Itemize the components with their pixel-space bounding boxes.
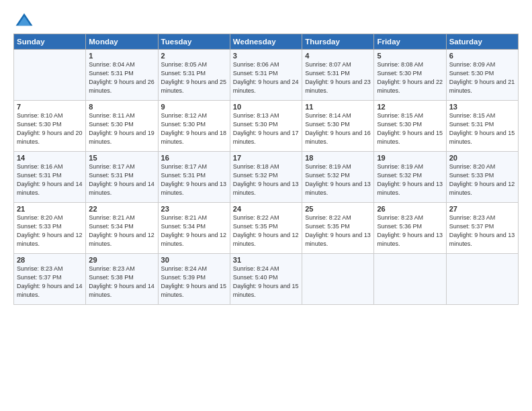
day-info: Sunrise: 8:06 AM Sunset: 5:31 PM Dayligh… (233, 60, 299, 95)
day-info: Sunrise: 8:05 AM Sunset: 5:31 PM Dayligh… (161, 60, 227, 95)
calendar-cell: 13Sunrise: 8:15 AM Sunset: 5:31 PM Dayli… (446, 101, 518, 152)
header (13, 12, 519, 27)
calendar-cell: 19Sunrise: 8:19 AM Sunset: 5:32 PM Dayli… (374, 152, 446, 203)
day-number: 23 (161, 205, 227, 213)
calendar-cell (302, 254, 374, 305)
day-info: Sunrise: 8:08 AM Sunset: 5:30 PM Dayligh… (377, 60, 443, 95)
calendar-cell: 11Sunrise: 8:14 AM Sunset: 5:30 PM Dayli… (302, 101, 374, 152)
calendar-cell: 29Sunrise: 8:23 AM Sunset: 5:38 PM Dayli… (86, 254, 158, 305)
day-number: 28 (17, 256, 83, 264)
day-number: 7 (17, 103, 83, 111)
calendar-cell: 10Sunrise: 8:13 AM Sunset: 5:30 PM Dayli… (230, 101, 302, 152)
calendar-table: SundayMondayTuesdayWednesdayThursdayFrid… (13, 34, 519, 305)
weekday-header-row: SundayMondayTuesdayWednesdayThursdayFrid… (14, 34, 519, 50)
day-number: 18 (305, 154, 371, 162)
day-number: 6 (449, 52, 515, 60)
week-row-3: 14Sunrise: 8:16 AM Sunset: 5:31 PM Dayli… (14, 152, 519, 203)
calendar-cell: 9Sunrise: 8:12 AM Sunset: 5:30 PM Daylig… (158, 101, 230, 152)
day-info: Sunrise: 8:22 AM Sunset: 5:35 PM Dayligh… (233, 214, 299, 248)
weekday-header-thursday: Thursday (302, 34, 374, 50)
calendar-cell: 28Sunrise: 8:23 AM Sunset: 5:37 PM Dayli… (14, 254, 86, 305)
calendar-cell: 20Sunrise: 8:20 AM Sunset: 5:33 PM Dayli… (446, 152, 518, 203)
calendar-body: 1Sunrise: 8:04 AM Sunset: 5:31 PM Daylig… (14, 50, 519, 305)
weekday-header-monday: Monday (86, 34, 158, 50)
logo-icon (15, 12, 34, 27)
day-info: Sunrise: 8:23 AM Sunset: 5:38 PM Dayligh… (89, 265, 154, 300)
day-info: Sunrise: 8:22 AM Sunset: 5:35 PM Dayligh… (305, 214, 371, 248)
day-number: 22 (89, 205, 154, 213)
day-info: Sunrise: 8:23 AM Sunset: 5:37 PM Dayligh… (449, 214, 515, 248)
day-number: 14 (17, 154, 83, 162)
day-info: Sunrise: 8:23 AM Sunset: 5:36 PM Dayligh… (377, 214, 443, 248)
day-info: Sunrise: 8:16 AM Sunset: 5:31 PM Dayligh… (17, 163, 83, 197)
calendar-cell: 26Sunrise: 8:23 AM Sunset: 5:36 PM Dayli… (374, 203, 446, 254)
day-info: Sunrise: 8:13 AM Sunset: 5:30 PM Dayligh… (233, 111, 299, 146)
calendar-cell: 6Sunrise: 8:09 AM Sunset: 5:30 PM Daylig… (446, 50, 518, 101)
day-info: Sunrise: 8:23 AM Sunset: 5:37 PM Dayligh… (17, 265, 83, 300)
calendar-cell (446, 254, 518, 305)
calendar-cell: 24Sunrise: 8:22 AM Sunset: 5:35 PM Dayli… (230, 203, 302, 254)
calendar-cell: 4Sunrise: 8:07 AM Sunset: 5:31 PM Daylig… (302, 50, 374, 101)
weekday-header-friday: Friday (374, 34, 446, 50)
day-info: Sunrise: 8:19 AM Sunset: 5:32 PM Dayligh… (377, 163, 443, 197)
day-number: 19 (377, 154, 443, 162)
day-number: 9 (161, 103, 227, 111)
weekday-header-sunday: Sunday (14, 34, 86, 50)
calendar-cell: 23Sunrise: 8:21 AM Sunset: 5:34 PM Dayli… (158, 203, 230, 254)
day-info: Sunrise: 8:20 AM Sunset: 5:33 PM Dayligh… (449, 163, 515, 197)
day-info: Sunrise: 8:24 AM Sunset: 5:40 PM Dayligh… (233, 265, 299, 300)
calendar-cell: 5Sunrise: 8:08 AM Sunset: 5:30 PM Daylig… (374, 50, 446, 101)
calendar-cell: 12Sunrise: 8:15 AM Sunset: 5:30 PM Dayli… (374, 101, 446, 152)
day-number: 11 (305, 103, 371, 111)
day-number: 27 (449, 205, 515, 213)
calendar-cell: 16Sunrise: 8:17 AM Sunset: 5:31 PM Dayli… (158, 152, 230, 203)
week-row-5: 28Sunrise: 8:23 AM Sunset: 5:37 PM Dayli… (14, 254, 519, 305)
calendar-cell: 15Sunrise: 8:17 AM Sunset: 5:31 PM Dayli… (86, 152, 158, 203)
day-info: Sunrise: 8:15 AM Sunset: 5:30 PM Dayligh… (377, 111, 443, 146)
day-number: 16 (161, 154, 227, 162)
week-row-4: 21Sunrise: 8:20 AM Sunset: 5:33 PM Dayli… (14, 203, 519, 254)
day-info: Sunrise: 8:15 AM Sunset: 5:31 PM Dayligh… (449, 111, 515, 146)
day-info: Sunrise: 8:20 AM Sunset: 5:33 PM Dayligh… (17, 214, 83, 248)
day-number: 24 (233, 205, 299, 213)
day-number: 2 (161, 52, 227, 60)
day-number: 1 (89, 52, 154, 60)
day-info: Sunrise: 8:11 AM Sunset: 5:30 PM Dayligh… (89, 111, 154, 146)
day-number: 17 (233, 154, 299, 162)
day-number: 31 (233, 256, 299, 264)
day-number: 3 (233, 52, 299, 60)
day-number: 8 (89, 103, 154, 111)
day-info: Sunrise: 8:19 AM Sunset: 5:32 PM Dayligh… (305, 163, 371, 197)
calendar-cell: 7Sunrise: 8:10 AM Sunset: 5:30 PM Daylig… (14, 101, 86, 152)
day-info: Sunrise: 8:21 AM Sunset: 5:34 PM Dayligh… (161, 214, 227, 248)
day-number: 5 (377, 52, 443, 60)
day-number: 26 (377, 205, 443, 213)
day-number: 29 (89, 256, 154, 264)
week-row-2: 7Sunrise: 8:10 AM Sunset: 5:30 PM Daylig… (14, 101, 519, 152)
day-number: 30 (161, 256, 227, 264)
week-row-1: 1Sunrise: 8:04 AM Sunset: 5:31 PM Daylig… (14, 50, 519, 101)
calendar-cell: 14Sunrise: 8:16 AM Sunset: 5:31 PM Dayli… (14, 152, 86, 203)
day-number: 25 (305, 205, 371, 213)
calendar-cell: 8Sunrise: 8:11 AM Sunset: 5:30 PM Daylig… (86, 101, 158, 152)
day-info: Sunrise: 8:10 AM Sunset: 5:30 PM Dayligh… (17, 111, 83, 146)
calendar-cell (14, 50, 86, 101)
day-info: Sunrise: 8:04 AM Sunset: 5:31 PM Dayligh… (89, 60, 154, 95)
calendar-cell: 30Sunrise: 8:24 AM Sunset: 5:39 PM Dayli… (158, 254, 230, 305)
calendar-cell: 31Sunrise: 8:24 AM Sunset: 5:40 PM Dayli… (230, 254, 302, 305)
day-number: 13 (449, 103, 515, 111)
calendar-cell (374, 254, 446, 305)
day-info: Sunrise: 8:18 AM Sunset: 5:32 PM Dayligh… (233, 163, 299, 197)
day-number: 4 (305, 52, 371, 60)
day-info: Sunrise: 8:17 AM Sunset: 5:31 PM Dayligh… (161, 163, 227, 197)
calendar-cell: 2Sunrise: 8:05 AM Sunset: 5:31 PM Daylig… (158, 50, 230, 101)
weekday-header-wednesday: Wednesday (230, 34, 302, 50)
calendar-cell: 18Sunrise: 8:19 AM Sunset: 5:32 PM Dayli… (302, 152, 374, 203)
day-info: Sunrise: 8:14 AM Sunset: 5:30 PM Dayligh… (305, 111, 371, 146)
day-number: 10 (233, 103, 299, 111)
calendar-cell: 27Sunrise: 8:23 AM Sunset: 5:37 PM Dayli… (446, 203, 518, 254)
day-info: Sunrise: 8:12 AM Sunset: 5:30 PM Dayligh… (161, 111, 227, 146)
calendar-cell: 22Sunrise: 8:21 AM Sunset: 5:34 PM Dayli… (86, 203, 158, 254)
day-number: 15 (89, 154, 154, 162)
day-number: 20 (449, 154, 515, 162)
